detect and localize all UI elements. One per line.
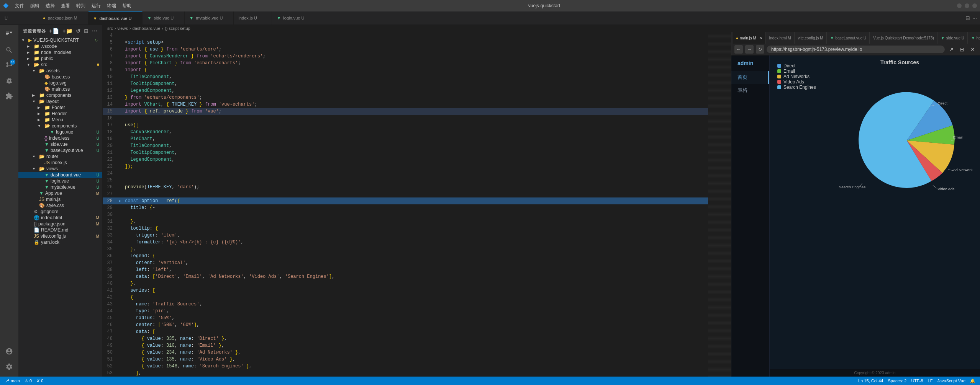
tab-dashboard-vue[interactable]: ▼ dashboard.vue U ✕ xyxy=(88,11,143,24)
split-icon[interactable]: ⊟ xyxy=(958,45,966,54)
breadcrumb-script[interactable]: () script setup xyxy=(165,26,190,31)
browser-tab-index-html[interactable]: index.html M xyxy=(766,32,795,44)
sidebar-item-public[interactable]: ▶ 📁 public xyxy=(18,55,102,62)
refresh-button[interactable]: ↻ xyxy=(756,45,764,54)
status-warnings[interactable]: ✗ 0 xyxy=(36,378,43,383)
close-preview-icon[interactable]: ✕ xyxy=(969,45,977,54)
more-actions-icon[interactable]: ··· xyxy=(972,15,977,21)
breadcrumb-src[interactable]: src xyxy=(107,26,113,31)
breadcrumb-dashboard[interactable]: dashboard.vue xyxy=(133,26,161,31)
preview-nav-table[interactable]: 表格 xyxy=(731,84,769,97)
sidebar-item-src[interactable]: ▼ 📂 src xyxy=(18,62,102,68)
collapse-icon[interactable]: ⊟ xyxy=(84,28,89,34)
tab-close-icon[interactable]: ✕ xyxy=(759,36,762,40)
new-file-icon[interactable]: +📄 xyxy=(49,28,59,34)
status-language[interactable]: JavaScript Vue xyxy=(937,378,965,383)
folder-arrow-icon: ▶ xyxy=(32,93,38,97)
browser-tab-demo[interactable]: Vue.js Quickstart Demo(node:5173) xyxy=(870,32,937,44)
sidebar-item-base-css[interactable]: 🎨 base.css xyxy=(18,74,102,80)
more-icon[interactable]: ··· xyxy=(92,28,98,34)
sidebar-item-views[interactable]: ▼ 📂 views xyxy=(18,166,102,172)
sidebar-item-vscode[interactable]: ▶ 📁 .vscode xyxy=(18,43,102,49)
menu-item-select[interactable]: 选择 xyxy=(46,3,55,9)
code-editor[interactable]: 4 5 <script setup> 6 import { use } from… xyxy=(103,32,708,377)
new-folder-icon[interactable]: +📁 xyxy=(62,28,73,34)
tab-mytable-vue[interactable]: ▼ mytable.vue U ✕ xyxy=(185,11,234,24)
sidebar-item-menu[interactable]: ▶ 📁 Menu xyxy=(18,117,102,123)
sidebar-item-mytable-vue[interactable]: ▼ mytable.vue U xyxy=(18,184,102,190)
sidebar-item-main-css[interactable]: 🎨 main.css xyxy=(18,86,102,92)
line-content: data: ['Direct', 'Email', 'Ad Networks',… xyxy=(125,273,708,280)
sidebar-item-router-index[interactable]: JS index.js xyxy=(18,160,102,166)
browser-tab-header[interactable]: ▼ header.vue U xyxy=(968,32,980,44)
sidebar-item-vuejs-quickstart[interactable]: ▼ ▶ VUEJS-QUICKSTART ↻ xyxy=(18,37,102,43)
back-button[interactable]: ← xyxy=(734,45,743,54)
activity-extensions[interactable] xyxy=(2,89,16,103)
sidebar-item-app-vue[interactable]: ▼ App.vue M xyxy=(18,190,102,196)
sidebar-item-logo-svg[interactable]: ◆ logo.svg xyxy=(18,80,102,86)
sidebar-item-main-js[interactable]: JS main.js xyxy=(18,196,102,202)
browser-tab-side2[interactable]: ▼ side.vue U xyxy=(938,32,968,44)
sidebar-item-vite-config[interactable]: JS vite.config.js M xyxy=(18,233,102,239)
activity-explorer[interactable] xyxy=(2,28,16,42)
browser-tab-baselayout[interactable]: ▼ baseLayout.vue U xyxy=(827,32,870,44)
menu-item-help[interactable]: 帮助 xyxy=(122,3,131,9)
forward-button[interactable]: → xyxy=(745,45,754,54)
activity-search[interactable] xyxy=(2,43,16,57)
tab-index-js[interactable]: index.js U ✕ xyxy=(234,11,272,24)
status-branch[interactable]: ⎇ main xyxy=(5,378,20,383)
code-line: 27 xyxy=(103,191,708,197)
menu-item-goto[interactable]: 转到 xyxy=(76,3,85,9)
close-button[interactable] xyxy=(972,3,977,8)
activity-accounts[interactable] xyxy=(2,344,16,358)
sidebar-item-style-css[interactable]: 🎨 style.css xyxy=(18,202,102,209)
tab-side-vue[interactable]: ▼ side.vue U ✕ xyxy=(143,11,185,24)
split-editor-icon[interactable]: ⊟ xyxy=(965,15,970,21)
sidebar-item-router[interactable]: ▼ 📂 router xyxy=(18,153,102,160)
legend-color-search xyxy=(777,85,781,89)
sidebar-item-footer[interactable]: ▶ 📁 Footer xyxy=(18,104,102,111)
sidebar-item-gitignore[interactable]: ⚙ .gitignore xyxy=(18,209,102,215)
menu-item-terminal[interactable]: 终端 xyxy=(107,3,116,9)
activity-scm[interactable]: 18 xyxy=(2,59,16,72)
maximize-button[interactable] xyxy=(965,3,969,8)
menu-item-edit[interactable]: 编辑 xyxy=(30,3,39,9)
browser-tab-vite-config[interactable]: vite.config.js M xyxy=(795,32,827,44)
sidebar-item-logo-vue[interactable]: ▼ logo.vue U xyxy=(18,129,102,135)
tab-package-json[interactable]: ● package.json M ✕ xyxy=(38,11,88,24)
sidebar-item-index-html[interactable]: 🌐 index.html M xyxy=(18,215,102,221)
sidebar-item-node-modules[interactable]: ▶ 📁 node_modules xyxy=(18,49,102,55)
menu-item-run[interactable]: 运行 xyxy=(92,3,101,9)
url-bar[interactable] xyxy=(767,46,945,53)
breadcrumb-views[interactable]: views xyxy=(117,26,128,31)
status-bell[interactable]: 🔔 xyxy=(970,378,975,383)
sidebar-item-package-json[interactable]: {} package.json M xyxy=(18,221,102,227)
sidebar-item-readme[interactable]: 📄 README.md xyxy=(18,227,102,233)
sidebar-item-yarn-lock[interactable]: 🔒 yarn.lock xyxy=(18,239,102,245)
open-external-icon[interactable]: ↗ xyxy=(947,45,955,54)
menu-item-view[interactable]: 查看 xyxy=(61,3,70,9)
tab-u[interactable]: U xyxy=(0,11,38,24)
activity-settings[interactable] xyxy=(2,360,16,374)
sidebar-item-side-vue[interactable]: ▼ side.vue U xyxy=(18,141,102,147)
status-errors[interactable]: ⚠ 0 xyxy=(25,378,32,383)
sidebar-item-layout[interactable]: ▼ 📂 layout xyxy=(18,98,102,104)
minimize-button[interactable] xyxy=(957,3,962,8)
line-number: 19 xyxy=(103,135,119,142)
preview-nav-home[interactable]: 首页 xyxy=(731,71,769,84)
sidebar-item-components[interactable]: ▶ 📁 components xyxy=(18,92,102,98)
refresh-icon[interactable]: ↺ xyxy=(76,28,81,34)
sidebar-item-dashboard-vue[interactable]: ▼ dashboard.vue U xyxy=(18,172,102,178)
sidebar-item-layout-components[interactable]: ▼ 📂 components xyxy=(18,123,102,129)
tab-login-vue[interactable]: ▼ login.vue U ✕ xyxy=(272,11,315,24)
sidebar-item-login-vue[interactable]: ▼ login.vue U xyxy=(18,178,102,184)
activity-debug[interactable] xyxy=(2,74,16,88)
sidebar-item-assets[interactable]: ▼ 📂 assets xyxy=(18,68,102,74)
menu-item-file[interactable]: 文件 xyxy=(15,3,24,9)
sidebar-item-header[interactable]: ▶ 📁 Header xyxy=(18,111,102,117)
browser-tab-main-js[interactable]: ● main.js M ✕ xyxy=(733,32,766,44)
sidebar-item-baselayout-vue[interactable]: ▼ baseLayout.vue U xyxy=(18,147,102,153)
line-arrow xyxy=(119,239,125,240)
code-line: 16 xyxy=(103,115,708,122)
sidebar-item-index-less[interactable]: {} index.less U xyxy=(18,135,102,141)
